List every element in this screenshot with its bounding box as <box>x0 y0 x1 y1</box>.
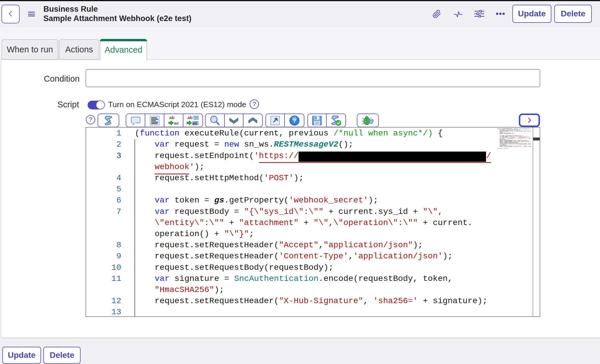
svg-text:ab: ab <box>188 115 193 120</box>
svg-text:ac: ac <box>192 121 197 126</box>
svg-text:?: ? <box>292 117 296 124</box>
svg-text:ac: ac <box>174 121 179 126</box>
svg-text:ab: ab <box>169 115 175 120</box>
